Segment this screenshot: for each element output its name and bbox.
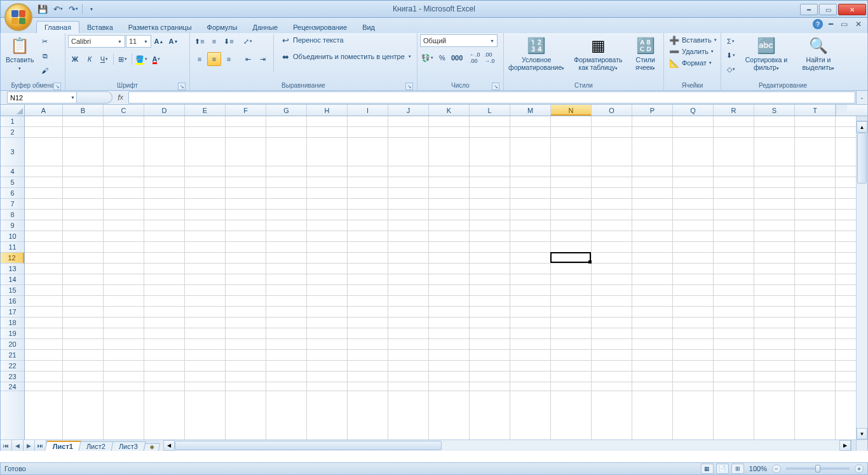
undo-icon[interactable]: ↶▾ [51, 3, 64, 15]
row-header-11[interactable]: 11 [1, 242, 24, 253]
col-header-K[interactable]: K [429, 105, 470, 116]
row-header-20[interactable]: 20 [1, 339, 24, 350]
row-header-17[interactable]: 17 [1, 307, 24, 318]
align-dialog-icon[interactable]: ↘ [405, 83, 413, 90]
save-icon[interactable]: 💾 [36, 3, 49, 15]
row-header-2[interactable]: 2 [1, 127, 24, 138]
formula-bar-expand-icon[interactable]: ⌄ [856, 91, 867, 104]
col-header-F[interactable]: F [226, 105, 266, 116]
row-header-12[interactable]: 12 [1, 253, 24, 264]
row-header-5[interactable]: 5 [1, 177, 24, 188]
font-size-combo[interactable]: 11▼ [126, 35, 151, 48]
format-table-button[interactable]: ▦Форматировать как таблицу▾ [567, 34, 628, 72]
row-header-6[interactable]: 6 [1, 188, 24, 199]
paste-button[interactable]: 📋 Вставить▾ [3, 34, 37, 72]
hscroll-thumb[interactable] [175, 441, 442, 450]
number-dialog-icon[interactable]: ↘ [492, 83, 499, 90]
underline-icon[interactable]: Ч▾ [97, 52, 111, 66]
scroll-left-icon[interactable]: ◀ [163, 440, 175, 451]
accounting-icon[interactable]: 💱▾ [420, 51, 435, 65]
fill-icon[interactable]: ⬇▾ [724, 48, 738, 62]
col-header-P[interactable]: P [632, 105, 673, 116]
col-header-M[interactable]: M [510, 105, 551, 116]
align-top-icon[interactable]: ⬆≡ [193, 34, 207, 48]
row-header-10[interactable]: 10 [1, 231, 24, 242]
col-header-D[interactable]: D [144, 105, 185, 116]
tab-review[interactable]: Рецензирование [285, 22, 355, 33]
row-header-22[interactable]: 22 [1, 361, 24, 371]
font-name-combo[interactable]: Calibri▼ [68, 35, 125, 48]
grow-font-icon[interactable]: A▲ [152, 34, 166, 48]
zoom-thumb[interactable] [815, 465, 820, 472]
col-header-T[interactable]: T [795, 105, 836, 116]
col-header-I[interactable]: I [348, 105, 388, 116]
sheet-tab-2[interactable]: Лист2 [79, 441, 114, 451]
formula-input[interactable] [129, 91, 855, 104]
scroll-down-icon[interactable]: ▼ [857, 428, 867, 439]
inc-decimal-icon[interactable]: ←.0.00 [468, 51, 482, 65]
maximize-button[interactable]: ▭ [819, 4, 837, 15]
sheet-tab-3[interactable]: Лист3 [111, 441, 146, 451]
row-header-18[interactable]: 18 [1, 318, 24, 328]
col-header-R[interactable]: R [714, 105, 754, 116]
orientation-icon[interactable]: ⤢▾ [241, 34, 255, 48]
clear-icon[interactable]: ◇▾ [724, 62, 738, 76]
col-header-J[interactable]: J [388, 105, 429, 116]
number-format-combo[interactable]: Общий▼ [420, 34, 498, 47]
doc-minimize-icon[interactable]: ━ [827, 20, 835, 29]
scroll-up-icon[interactable]: ▲ [857, 121, 867, 133]
help-icon[interactable]: ? [813, 19, 823, 29]
row-header-19[interactable]: 19 [1, 328, 24, 339]
view-page-layout-icon[interactable]: 📄 [716, 464, 729, 474]
align-bottom-icon[interactable]: ⬇≡ [222, 34, 236, 48]
name-box[interactable]: N12▼ [7, 91, 77, 104]
tab-home[interactable]: Главная [36, 21, 79, 33]
row-header-8[interactable]: 8 [1, 210, 24, 220]
minimize-button[interactable]: ━ [800, 4, 818, 15]
autosum-icon[interactable]: Σ▾ [724, 34, 738, 48]
col-header-N[interactable]: N [551, 105, 592, 116]
sheet-prev-icon[interactable]: ◀ [12, 440, 24, 451]
row-header-15[interactable]: 15 [1, 285, 24, 296]
col-header-E[interactable]: E [185, 105, 226, 116]
inc-indent-icon[interactable]: ⇥ [255, 52, 269, 66]
clipboard-dialog-icon[interactable]: ↘ [53, 83, 61, 90]
col-header-Q[interactable]: Q [673, 105, 714, 116]
cut-icon[interactable]: ✂ [38, 34, 52, 48]
hsplit-handle[interactable] [851, 440, 856, 451]
delete-button[interactable]: ➖Удалить▾ [667, 46, 716, 57]
view-page-break-icon[interactable]: ⊞ [731, 464, 744, 474]
cell-styles-button[interactable]: 🔠Стили ячеек▾ [630, 34, 661, 72]
italic-icon[interactable]: К [83, 52, 97, 66]
zoom-slider[interactable] [786, 467, 850, 470]
percent-icon[interactable]: % [435, 51, 449, 65]
row-header-13[interactable]: 13 [1, 264, 24, 274]
tab-view[interactable]: Вид [355, 22, 383, 33]
cells-area[interactable] [25, 116, 856, 439]
vertical-scrollbar[interactable]: ▲ ▼ [856, 116, 867, 439]
comma-icon[interactable]: 000 [450, 51, 464, 65]
zoom-out-icon[interactable]: − [772, 464, 781, 473]
fx-icon[interactable]: fx [112, 91, 129, 104]
row-header-7[interactable]: 7 [1, 199, 24, 210]
border-icon[interactable]: ⊞▾ [116, 52, 130, 66]
dec-decimal-icon[interactable]: .00→.0 [482, 51, 496, 65]
col-header-C[interactable]: C [104, 105, 144, 116]
vscroll-thumb[interactable] [857, 133, 867, 184]
bold-icon[interactable]: Ж [68, 52, 82, 66]
col-header-H[interactable]: H [307, 105, 348, 116]
font-dialog-icon[interactable]: ↘ [178, 83, 186, 90]
tab-layout[interactable]: Разметка страницы [121, 22, 200, 33]
conditional-format-button[interactable]: 🔢Условное форматирование▾ [506, 34, 566, 72]
select-all-corner[interactable] [1, 105, 25, 116]
align-right-icon[interactable]: ≡ [222, 52, 236, 66]
row-header-3[interactable]: 3 [1, 138, 24, 166]
sheet-first-icon[interactable]: ⏮ [1, 440, 12, 451]
row-header-14[interactable]: 14 [1, 274, 24, 285]
office-button[interactable] [4, 3, 32, 31]
insert-button[interactable]: ➕Вставить▾ [667, 34, 719, 46]
doc-restore-icon[interactable]: ▭ [839, 20, 850, 29]
align-left-icon[interactable]: ≡ [193, 52, 207, 66]
col-header-L[interactable]: L [470, 105, 510, 116]
row-header-4[interactable]: 4 [1, 166, 24, 177]
